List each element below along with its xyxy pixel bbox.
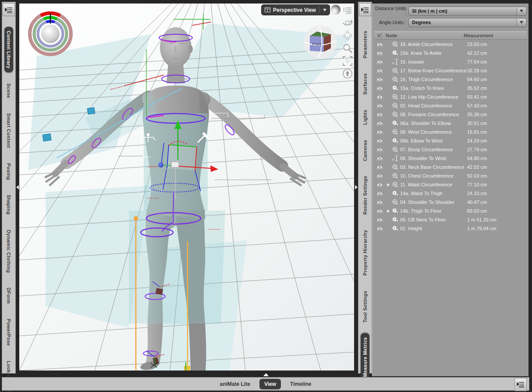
frame-icon[interactable]	[342, 55, 353, 67]
bottom-pane-handle-icon[interactable]	[263, 373, 269, 376]
measure-row[interactable]: 08. Forearm Circumference25.36 cm	[374, 110, 527, 119]
tab-dynamic-clothing[interactable]: Dynamic Clothing	[4, 226, 13, 277]
gizmo-x-arrow[interactable]	[210, 165, 218, 172]
visibility-eye-icon[interactable]	[376, 95, 387, 100]
visibility-eye-icon[interactable]	[376, 174, 387, 178]
tab-posing[interactable]: Posing	[4, 159, 13, 184]
tab-tool-settings[interactable]: Tool Settings	[361, 287, 369, 327]
measure-table-body: 18. Ankle Circumference23.50 cm15b. Knee…	[374, 40, 527, 233]
measure-row[interactable]: 16. Thigh Circumference54.60 cm	[374, 75, 527, 84]
visibility-eye-icon[interactable]	[376, 139, 387, 143]
measure-row[interactable]: 04. Shoulder To Shoulder40.47 cm	[374, 198, 527, 207]
angle-units-select[interactable]: Degrees	[408, 18, 527, 27]
measure-row[interactable]: 11. Waist Circumference77.10 cm	[374, 180, 527, 189]
visibility-eye-icon[interactable]	[376, 182, 387, 187]
tab-timeline[interactable]: Timeline	[285, 379, 316, 389]
measure-row[interactable]: 18. Ankle Circumference23.50 cm	[374, 40, 527, 49]
visibility-eye-icon[interactable]	[376, 156, 387, 161]
distance-units-select[interactable]: SI (km | m | cm)	[408, 7, 527, 16]
tab-property-hierarchy[interactable]: Property Hierarchy	[361, 226, 369, 279]
visibility-eye-icon[interactable]	[376, 147, 387, 152]
visibility-eye-icon[interactable]	[376, 42, 387, 47]
visibility-eye-icon[interactable]	[376, 103, 387, 108]
tape-icon	[392, 190, 400, 196]
gizmo-origin-sphere[interactable]	[158, 162, 163, 167]
measure-row[interactable]: 06. Shoulder To Wrist54.80 cm	[374, 154, 527, 163]
tab-scene[interactable]: Scene	[4, 79, 13, 102]
angle-units-value: Degrees	[412, 20, 431, 25]
measure-row[interactable]: 12. Low Hip Circumference93.41 cm	[374, 93, 527, 101]
tab-view[interactable]: View	[259, 379, 281, 389]
tab-smart-content[interactable]: Smart Content	[4, 109, 13, 152]
viewport-3d[interactable]: Front Perspective View	[19, 4, 354, 371]
measure-row[interactable]: 15. Inseam77.64 cm	[374, 57, 527, 66]
tape-handle-orange[interactable]	[134, 216, 138, 221]
measure-row[interactable]: 15b. Knee To Ankle42.12 cm	[374, 49, 527, 57]
orbit-icon[interactable]	[342, 17, 353, 29]
measure-row[interactable]: 09. Wrist Circumference15.81 cm	[374, 128, 527, 136]
measure-row[interactable]: 05. CB Neck To Floor1 m 51.33 cm	[374, 215, 527, 224]
tab-animate-lite[interactable]: aniMate Lite	[215, 379, 255, 389]
measure-row[interactable]: 07. Bicep Circumference27.79 cm	[374, 145, 527, 154]
measure-row[interactable]: 14a. Waist To Thigh24.33 cm	[374, 189, 527, 198]
orientation-gizmo[interactable]	[26, 10, 74, 58]
measure-row[interactable]: 14b. Thigh To Floor83.03 cm	[374, 207, 527, 215]
measure-row[interactable]: 06b. Elbow To Wrist24.29 cm	[374, 136, 527, 145]
right-pane-handle[interactable]	[354, 4, 358, 371]
tab-shaping[interactable]: Shaping	[4, 191, 13, 219]
pane-options-icon[interactable]	[342, 4, 353, 16]
visibility-eye-icon[interactable]	[376, 191, 387, 196]
circumference-icon	[392, 76, 400, 82]
measure-row[interactable]: 10. Chest Circumference92.03 cm	[374, 171, 527, 180]
angle-units-dropdown-button[interactable]	[517, 19, 526, 26]
measure-row[interactable]: 02. Head Circumference57.43 cm	[374, 101, 527, 110]
zoom-icon[interactable]	[342, 43, 353, 54]
distance-units-dropdown-button[interactable]	[517, 7, 526, 15]
viewport-shading-ball[interactable]	[331, 5, 340, 14]
view-selector-dropdown-icon[interactable]	[323, 9, 326, 11]
app-window: Content LibrarySceneSmart ContentPosingS…	[0, 0, 532, 392]
tab-surfaces[interactable]: Surfaces	[361, 69, 369, 99]
visibility-eye-icon[interactable]	[376, 226, 387, 231]
visibility-eye-icon[interactable]	[376, 68, 387, 73]
visibility-eye-icon[interactable]	[376, 112, 387, 117]
left-pane-menu-button[interactable]	[3, 3, 15, 16]
measure-row[interactable]: 15a. Crotch To Knee35.52 cm	[374, 84, 527, 93]
measure-row[interactable]: 03. Neck Base Circumference42.02 cm	[374, 163, 527, 171]
expand-arrow-icon[interactable]	[387, 183, 392, 187]
measure-value: 54.80 cm	[467, 156, 527, 161]
measure-row[interactable]: 06a. Shoulder To Elbow30.51 cm	[374, 119, 527, 128]
tab-render-settings[interactable]: Render Settings	[361, 172, 369, 219]
gizmo-plane-handle[interactable]	[171, 162, 179, 167]
tab-content-library[interactable]: Content Library	[4, 27, 13, 72]
aim-icon[interactable]	[342, 68, 353, 79]
measure-row[interactable]: 17. Below Knee Circumference32.28 cm	[374, 66, 527, 75]
view-selector[interactable]: Perspective View	[261, 4, 330, 15]
visibility-eye-icon[interactable]	[376, 77, 387, 82]
visibility-eye-icon[interactable]	[376, 121, 387, 126]
right-pane-menu-button[interactable]	[359, 3, 371, 16]
visibility-eye-icon[interactable]	[376, 86, 387, 91]
tab-powerpose[interactable]: PowerPose	[4, 315, 13, 350]
visibility-eye-icon[interactable]	[376, 130, 387, 135]
visibility-eye-icon[interactable]	[376, 165, 387, 170]
visibility-eye-icon[interactable]	[376, 200, 387, 205]
view-cube[interactable]: Front	[302, 24, 339, 61]
visibility-eye-icon[interactable]	[376, 209, 387, 214]
visibility-eye-icon[interactable]	[376, 51, 387, 56]
tab-lights[interactable]: Lights	[361, 106, 369, 129]
tab-parameters[interactable]: Parameters	[361, 27, 369, 62]
left-pane-handle[interactable]	[16, 4, 19, 371]
visibility-eye-icon[interactable]	[376, 60, 387, 64]
expand-arrow-icon[interactable]	[387, 209, 392, 213]
visibility-eye-icon[interactable]	[376, 217, 387, 222]
tab-measure-metrics[interactable]: Measure Metrics	[361, 333, 369, 381]
measure-row[interactable]: 01. Height1 m 79.04 cm	[374, 224, 527, 233]
tab-cameras[interactable]: Cameras	[361, 136, 369, 165]
measure-node-name: 06b. Elbow To Wrist	[400, 138, 467, 143]
pan-icon[interactable]	[342, 30, 353, 41]
bottom-pane-menu-button[interactable]	[514, 378, 527, 391]
tab-dform[interactable]: DForm	[4, 284, 13, 308]
tape-handle-teal[interactable]	[87, 107, 95, 114]
tape-handle-teal[interactable]	[43, 134, 51, 141]
